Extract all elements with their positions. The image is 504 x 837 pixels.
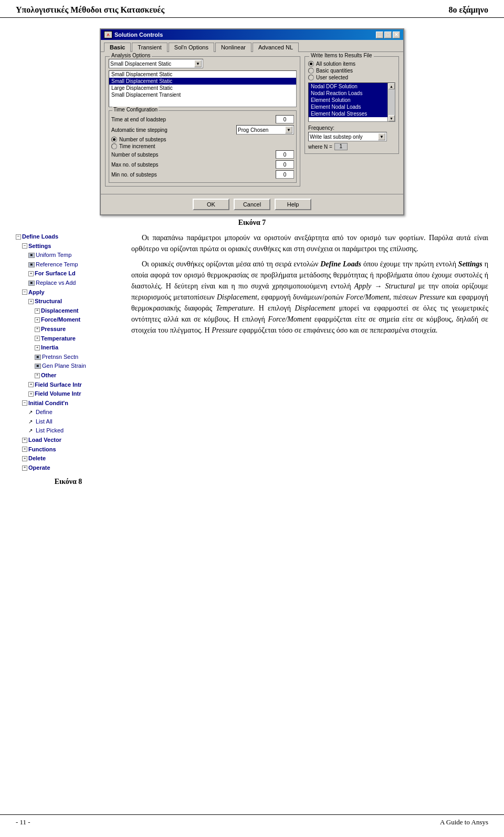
substeps-radio[interactable] [111,137,117,142]
analysis-type-dropdown[interactable]: Small Displacement Static ▼ [109,59,203,68]
tree-item-reference-temp[interactable]: ▣ Reference Temp [16,260,121,270]
cancel-button[interactable]: Cancel [234,199,270,210]
toggle-delete[interactable]: + [22,456,27,461]
tree-item-load-vector[interactable]: + Load Vector [16,436,121,445]
toggle-displacement[interactable]: + [35,308,40,314]
write-user-radio[interactable] [308,75,314,80]
icon-list-all: ↗ [28,418,35,426]
toggle-settings[interactable]: − [22,243,27,249]
write-all-radio[interactable] [308,61,314,67]
results-list[interactable]: Nodal DOF Solution Nodal Reaction Loads … [308,82,395,122]
help-button[interactable]: Help [275,199,311,210]
tab-nonlinear[interactable]: Nonlinear [215,43,251,52]
toggle-functions[interactable]: + [22,447,27,452]
tab-basic[interactable]: Basic [104,43,131,52]
tree-label-other: Other [41,371,56,380]
tree-label-pretnsn-sectn: Pretnsn Sectn [42,353,78,362]
tab-soln-options[interactable]: Sol'n Options [169,43,214,52]
dropdown-item-4[interactable]: Small Displacement Transient [109,91,296,98]
tree-item-operate[interactable]: + Operate [16,463,121,473]
tab-advanced-nl[interactable]: Advanced NL [253,43,299,52]
toggle-field-volume-intr[interactable]: + [28,391,34,397]
tree-item-pressure[interactable]: + Pressure [16,325,121,334]
toggle-define-loads[interactable]: − [16,234,21,240]
tree-item-define-loads[interactable]: − Define Loads [16,232,121,242]
scroll-down-btn[interactable]: ▼ [388,115,395,121]
tree-label-define: Define [36,408,52,417]
icon-define: ↗ [28,408,35,417]
dialog-right-panel: Write Items to Results File All solution… [304,56,399,190]
time-at-end-label: Time at end of loadstep [111,117,276,122]
tree-label-field-volume-intr: Field Volume Intr [35,389,81,399]
dropdown-item-2[interactable]: Small Displacement Static [109,78,296,85]
minimize-button[interactable]: _ [376,32,383,38]
write-all-label: All solution items [316,61,355,67]
write-basic-radio[interactable] [308,68,314,74]
ok-button[interactable]: OK [193,199,229,210]
tree-item-gen-plane-strain[interactable]: ▣ Gen Plane Strain [16,361,121,371]
dropdown-item-3[interactable]: Large Displacement Static [109,85,296,91]
toggle-for-surface-ld[interactable]: + [28,271,34,276]
list-item-5[interactable]: Element Nodal Stresses [309,110,387,117]
freq-arrow[interactable]: ▼ [378,133,385,140]
tree-item-force-moment[interactable]: + Force/Moment [16,315,121,325]
tree-item-list-picked[interactable]: ↗ List Picked [16,426,121,436]
tree-item-pretnsn-sectn[interactable]: ▣ Pretnsn Sectn [16,353,121,362]
tree-item-define[interactable]: ↗ Define [16,408,121,417]
analysis-type-arrow[interactable]: ▼ [194,60,202,67]
auto-time-dropdown[interactable]: Prog Chosen ▼ [236,125,294,135]
list-item-3[interactable]: Element Solution [309,97,387,104]
tree-item-functions[interactable]: + Functions [16,445,121,454]
max-substeps-input[interactable] [276,160,294,169]
tree-item-temperature[interactable]: + Temperature [16,334,121,344]
toggle-load-vector[interactable]: + [22,438,27,443]
toggle-field-surface-intr[interactable]: + [28,382,34,387]
page-header: Υπολογιστικές Μέθοδοι στις Κατασκευές 8ο… [0,0,504,18]
tree-item-field-surface-intr[interactable]: + Field Surface Intr [16,380,121,390]
toggle-apply[interactable]: − [22,290,27,295]
tree-item-replace-vs-add[interactable]: ▣ Replace vs Add [16,278,121,288]
toggle-force-moment[interactable]: + [35,317,40,323]
tree-item-field-volume-intr[interactable]: + Field Volume Intr [16,389,121,399]
max-substeps-row: Max no. of substeps [111,160,294,169]
tree-item-for-surface-ld[interactable]: + For Surface Ld [16,269,121,278]
tree-item-structural[interactable]: + Structural [16,297,121,306]
auto-time-arrow[interactable]: ▼ [285,126,292,133]
where-n-input[interactable]: 1 [334,143,348,150]
tree-item-inertia[interactable]: + Inertia [16,343,121,353]
tree-label-force-moment: Force/Moment [41,315,80,325]
toggle-operate[interactable]: + [22,466,27,471]
toggle-other[interactable]: + [35,373,40,378]
tree-item-uniform-temp[interactable]: ▣ Uniform Temp [16,251,121,260]
tree-item-settings[interactable]: − Settings [16,242,121,251]
list-item-2[interactable]: Nodal Reaction Loads [309,90,387,97]
tree-label-settings: Settings [28,242,51,251]
maximize-button[interactable]: □ [384,32,392,38]
list-item-1[interactable]: Nodal DOF Solution [309,83,387,90]
toggle-inertia[interactable]: + [35,345,40,350]
toggle-temperature[interactable]: + [35,336,40,341]
icon-gen-plane-strain: ▣ [35,364,41,369]
scroll-up-btn[interactable]: ▲ [388,83,395,89]
tree-item-displacement[interactable]: + Displacement [16,306,121,316]
num-substeps-input[interactable] [276,150,294,159]
tree-item-delete[interactable]: + Delete [16,454,121,463]
tree-item-list-all[interactable]: ↗ List All [16,417,121,427]
close-button[interactable]: ✕ [393,32,400,38]
tree-item-other[interactable]: + Other [16,371,121,380]
freq-dropdown[interactable]: Write last substep only ▼ [308,132,387,141]
tree-item-apply[interactable]: − Apply [16,288,121,297]
dropdown-item-1[interactable]: Small Displacement Static [109,71,296,78]
tab-transient[interactable]: Transient [132,43,167,52]
min-substeps-input[interactable] [276,170,294,179]
tree-label-functions: Functions [28,445,56,454]
toggle-initial-conditn[interactable]: − [22,400,27,406]
list-item-4[interactable]: Element Nodal Loads [309,104,387,110]
footer-page-number: - 11 - [16,818,30,826]
time-at-end-input[interactable] [276,115,294,123]
toggle-structural[interactable]: + [28,299,34,304]
time-config-title: Time Configuration [112,107,159,112]
toggle-pressure[interactable]: + [35,327,40,332]
time-inc-radio[interactable] [111,143,117,149]
tree-item-initial-conditn[interactable]: − Initial Condit'n [16,399,121,408]
